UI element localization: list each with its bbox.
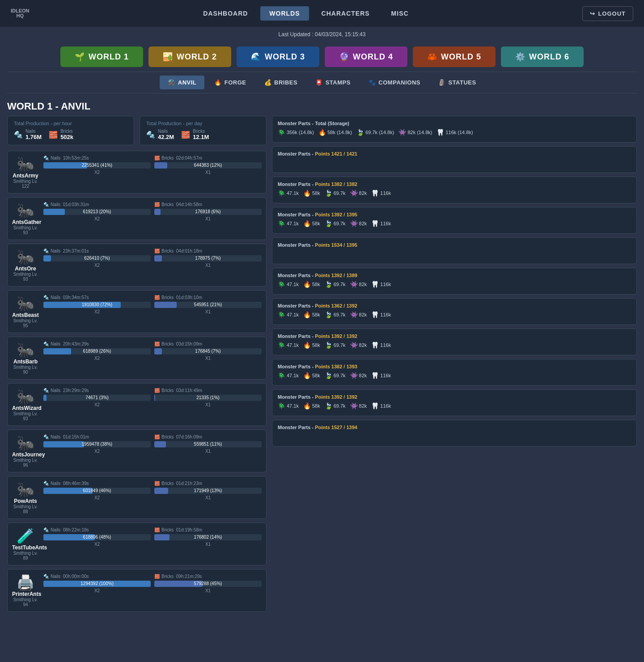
character-cards: 🐜 AntsArmy Smithing Lv. 122 🔩 Nails 10h:… — [7, 151, 267, 612]
monster-item: 🦷116k — [371, 220, 391, 227]
monster-char-items: 🪲47.1k🔥58k🍃69.7k👾82k🦷116k — [278, 402, 631, 409]
monster-item: 🦷116k — [371, 281, 391, 288]
bricks-stat: 🧱 Bricks 03d:15h:09m 176845 (7%) X1 — [154, 342, 262, 361]
bricks-stat-icon: 🧱 — [154, 574, 160, 579]
char-name: PrinterAnts — [12, 591, 39, 597]
monster-value: 58k — [312, 373, 320, 378]
monster-item: 👾82k — [350, 402, 367, 409]
nails-bar — [43, 441, 84, 447]
header: IDLEON HQ DASHBOARD WORLDS CHARACTERS MI… — [0, 0, 644, 27]
monster-item: 👾82k — [350, 220, 367, 227]
char-name: PowAnts — [12, 498, 39, 504]
monster-char-title: Monster Parts - Points 1382 / 1382 — [278, 181, 631, 187]
logout-button[interactable]: ↪ LOGOUT — [582, 6, 633, 21]
char-name: AntsGather — [12, 219, 39, 225]
bricks-per-hour: 🧱 Bricks 502k — [49, 129, 73, 140]
world-tab-1[interactable]: 🌱 WORLD 1 — [60, 46, 143, 67]
nails-stat-icon: 🔩 — [43, 249, 49, 253]
monster-points: Points 1534 / 1395 — [315, 242, 357, 248]
monster-icon: 🍃 — [325, 402, 332, 409]
monster-icon: 🪲 — [278, 342, 285, 349]
nails-bar — [43, 162, 87, 169]
monster-value: 116k — [380, 221, 391, 226]
nails-bar — [43, 348, 71, 354]
world-tab-5[interactable]: 🦀 WORLD 5 — [413, 46, 496, 67]
nails-time: Nails 08h:46m:39s — [51, 481, 89, 486]
char-stats: 🔩 Nails 08h:46m:39s 601849 (46%) X2 🧱 Br… — [43, 481, 262, 500]
monster-item: 🔥58k — [303, 190, 320, 197]
subnav-statues[interactable]: 🗿 STATUES — [430, 76, 484, 89]
char-stats: 🔩 Nails 01d:03h:31m 619213 (20%) X2 🧱 Br… — [43, 202, 262, 221]
monster-icon: 🔥 — [303, 281, 311, 288]
bricks-stat: 🧱 Bricks 07d:16h:09m 559851 (11%) X1 — [154, 434, 262, 454]
bricks-time: Bricks 01d:03h:10m — [161, 295, 202, 300]
monster-icon: 🦷 — [371, 342, 379, 349]
monster-icon: 🍃 — [356, 129, 364, 136]
monster-icon: 🦷 — [371, 220, 379, 227]
nails-day-icon: 🔩 — [146, 131, 155, 139]
monster-item: 🍃69.7k — [325, 402, 346, 409]
monster-value: 116k — [380, 282, 391, 287]
bricks-multi: X1 — [154, 449, 262, 454]
monster-value: 58k — [312, 312, 320, 317]
sub-nav: ⚒️ ANVIL 🔥 FORGE 💰 BRIBES 📮 STAMPS 🐾 COM… — [7, 72, 637, 93]
char-card-printerants: 🖨️ PrinterAnts Smithing Lv. 94 🔩 Nails 0… — [7, 569, 267, 612]
nav-dashboard[interactable]: DASHBOARD — [194, 6, 257, 21]
monster-points: Points 1392 / 1392 — [315, 394, 357, 400]
production-per-hour: Total Production - per hour 🔩 Nails 1.76… — [7, 116, 134, 145]
monster-icon: 🍃 — [325, 220, 332, 227]
last-updated-bar: Last Updated : 04/03/2024, 15:15:43 — [0, 27, 644, 42]
monster-value: 58k — [312, 282, 320, 287]
subnav-companions[interactable]: 🐾 COMPANIONS — [360, 76, 428, 89]
nails-time: Nails 00h:00m:00s — [51, 574, 89, 579]
bricks-bar — [154, 348, 162, 354]
monster-char-title: Monster Parts - Points 1392 / 1389 — [278, 273, 631, 278]
world6-icon: ⚙️ — [515, 52, 525, 62]
monster-item: 🦷116k — [371, 311, 391, 318]
monster-item: 🔥58k (14.8k) — [318, 129, 352, 136]
char-level: Smithing Lv. 93 — [12, 272, 39, 282]
monster-char-card-3: Monster Parts - Points 1534 / 1395 — [272, 237, 637, 264]
world-tab-3[interactable]: 🌊 WORLD 3 — [237, 46, 319, 67]
bricks-multi: X1 — [154, 495, 262, 500]
bricks-time: Bricks 02d:04h:57m — [161, 156, 202, 160]
monster-item: 🍃69.7k — [325, 311, 346, 318]
bricks-bar — [154, 395, 155, 401]
bricks-time: Bricks 03d:11h:49m — [161, 388, 202, 393]
bricks-value: 171949 (13%) — [194, 488, 222, 494]
monster-item: 🪲356k (14.8k) — [278, 129, 314, 136]
char-avatar: 🐜 AntsBeast Smithing Lv. 95 — [12, 295, 39, 328]
monster-item: 👾82k — [350, 281, 367, 288]
monster-value: 47.1k — [287, 342, 299, 348]
monster-value: 116k (14.8k) — [445, 130, 473, 135]
bricks-stat: 🧱 Bricks 01d:19h:58m 176802 (14%) X1 — [154, 527, 262, 547]
monster-value: 58k — [312, 221, 320, 226]
nav-characters[interactable]: CHARACTERS — [313, 6, 379, 21]
monster-char-title: Monster Parts - Points 1421 / 1421 — [278, 151, 631, 156]
monster-char-card-5: Monster Parts - Points 1362 / 1392 🪲47.1… — [272, 298, 637, 325]
monster-char-title: Monster Parts - Points 1534 / 1395 — [278, 242, 631, 248]
monster-icon: 👾 — [350, 342, 358, 349]
monster-value: 356k (14.8k) — [287, 130, 314, 135]
nav-misc[interactable]: MISC — [382, 6, 418, 21]
monster-icon: 🔥 — [318, 129, 326, 136]
subnav-bribes[interactable]: 💰 BRIBES — [256, 76, 306, 89]
subnav-anvil[interactable]: ⚒️ ANVIL — [160, 76, 204, 89]
subnav-stamps[interactable]: 📮 STAMPS — [307, 76, 359, 89]
char-name: AntsWizard — [12, 405, 39, 411]
nails-stat: 🔩 Nails 20h:43m:29s 618989 (26%) X2 — [43, 342, 151, 361]
monster-item: 🦷116k (14.8k) — [436, 129, 473, 136]
monster-icon: 🔥 — [303, 190, 311, 197]
monster-value: 82k (14.8k) — [407, 130, 432, 135]
nails-value: 618806 (48%) — [83, 534, 111, 540]
world-tab-4[interactable]: 🔮 WORLD 4 — [325, 46, 407, 67]
nails-stat: 🔩 Nails 08h:46m:39s 601849 (46%) X2 — [43, 481, 151, 500]
world-tab-2[interactable]: 🏜️ WORLD 2 — [148, 46, 231, 67]
nav-worlds[interactable]: WORLDS — [260, 6, 309, 21]
monster-icon: 👾 — [350, 220, 358, 227]
subnav-forge[interactable]: 🔥 FORGE — [206, 76, 254, 89]
world-tab-6[interactable]: ⚙️ WORLD 6 — [501, 46, 584, 67]
production-per-day: Total Production - per day 🔩 Nails 42.2M… — [140, 116, 267, 145]
bricks-stat: 🧱 Bricks 09h:21m:29s 579288 (45%) X1 — [154, 574, 262, 593]
monster-points: Points 1527 / 1394 — [315, 425, 357, 430]
